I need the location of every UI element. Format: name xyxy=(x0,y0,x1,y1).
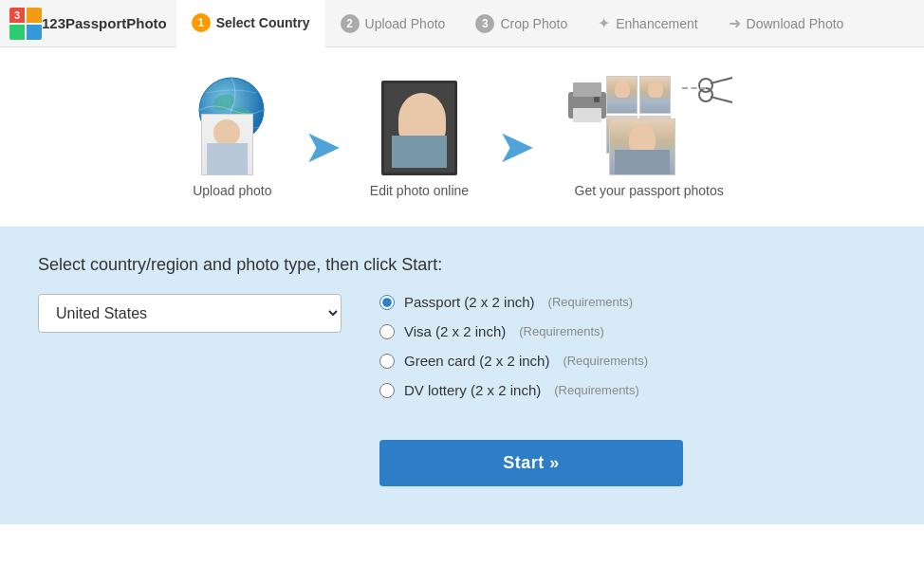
header: 3 123PassportPhoto 1 Select Country 2 Up… xyxy=(0,0,924,47)
edit-illustration xyxy=(381,81,457,175)
person-thumbnail xyxy=(201,114,253,175)
selection-title: Select country/region and photo type, th… xyxy=(38,255,886,275)
req-link-greencard[interactable]: (Requirements) xyxy=(563,354,648,368)
nav-step-1-label: Select Country xyxy=(216,15,310,30)
download-icon: ➜ xyxy=(729,14,741,32)
scissors-icon xyxy=(696,76,734,104)
nav-steps: 1 Select Country 2 Upload Photo 3 Crop P… xyxy=(176,0,915,47)
edit-label: Edit photo online xyxy=(370,183,469,198)
photo-types: Passport (2 x 2 inch) (Requirements) Vis… xyxy=(379,294,683,486)
req-link-visa[interactable]: (Requirements) xyxy=(519,324,604,338)
svg-line-11 xyxy=(711,97,732,102)
enhancement-icon: ✦ xyxy=(598,14,610,32)
req-link-passport[interactable]: (Requirements) xyxy=(548,295,634,309)
svg-point-9 xyxy=(699,88,712,101)
logo-icon: 3 xyxy=(9,8,42,40)
start-button[interactable]: Start » xyxy=(379,440,683,486)
nav-step-1[interactable]: 1 Select Country xyxy=(176,0,325,47)
dashes xyxy=(682,87,706,89)
radio-row-passport: Passport (2 x 2 inch) (Requirements) xyxy=(379,294,683,310)
radio-dvlottery[interactable] xyxy=(379,383,395,398)
svg-rect-6 xyxy=(573,108,601,122)
svg-rect-7 xyxy=(594,97,600,102)
logo[interactable]: 3 123PassportPhoto xyxy=(9,8,167,40)
nav-step-5[interactable]: ➜ Download Photo xyxy=(713,0,859,47)
step-num-3: 3 xyxy=(475,14,494,33)
step-num-2: 2 xyxy=(341,14,360,33)
upload-label: Upload photo xyxy=(193,183,271,198)
selection-panel: Select country/region and photo type, th… xyxy=(0,227,924,524)
radio-passport-label[interactable]: Passport (2 x 2 inch) xyxy=(404,294,535,310)
big-photo-thumb xyxy=(609,118,675,175)
start-btn-row: Start » xyxy=(379,440,683,486)
svg-line-10 xyxy=(711,78,732,83)
hero-step-edit: Edit photo online xyxy=(370,81,469,198)
radio-row-greencard: Green card (2 x 2 inch) (Requirements) xyxy=(379,353,683,369)
radio-row-visa: Visa (2 x 2 inch) (Requirements) xyxy=(379,323,683,339)
nav-step-4[interactable]: ✦ Enhancement xyxy=(582,0,712,47)
radio-passport[interactable] xyxy=(379,295,395,310)
hero-step-upload: ▲ Upload photo xyxy=(190,76,275,198)
nav-step-3-label: Crop Photo xyxy=(500,16,567,31)
nav-step-5-label: Download Photo xyxy=(747,16,844,31)
hero-section: ▲ Upload photo ➤ Edit photo online ➤ xyxy=(0,47,924,217)
logo-text: 123PassportPhoto xyxy=(42,15,167,31)
arrow-2: ➤ xyxy=(497,124,535,170)
nav-step-4-label: Enhancement xyxy=(616,16,697,31)
nav-step-2[interactable]: 2 Upload Photo xyxy=(325,0,461,47)
hero-step-output: Get your passport photos xyxy=(564,76,734,198)
radio-visa[interactable] xyxy=(379,324,395,339)
output-label: Get your passport photos xyxy=(575,183,724,198)
country-select[interactable]: United States Canada United Kingdom Aust… xyxy=(38,294,342,333)
req-link-dvlottery[interactable]: (Requirements) xyxy=(554,383,639,397)
nav-step-3[interactable]: 3 Crop Photo xyxy=(460,0,582,47)
svg-rect-5 xyxy=(573,82,601,97)
selection-body: United States Canada United Kingdom Aust… xyxy=(38,294,886,486)
radio-greencard[interactable] xyxy=(379,354,395,369)
radio-greencard-label[interactable]: Green card (2 x 2 inch) xyxy=(404,353,549,369)
output-illustration xyxy=(564,76,734,175)
radio-visa-label[interactable]: Visa (2 x 2 inch) xyxy=(404,323,506,339)
printer-icon xyxy=(564,78,611,125)
arrow-1: ➤ xyxy=(304,124,342,170)
radio-row-dvlottery: DV lottery (2 x 2 inch) (Requirements) xyxy=(379,382,683,398)
nav-step-2-label: Upload Photo xyxy=(365,16,446,31)
radio-dvlottery-label[interactable]: DV lottery (2 x 2 inch) xyxy=(404,382,541,398)
step-num-1: 1 xyxy=(192,13,211,32)
